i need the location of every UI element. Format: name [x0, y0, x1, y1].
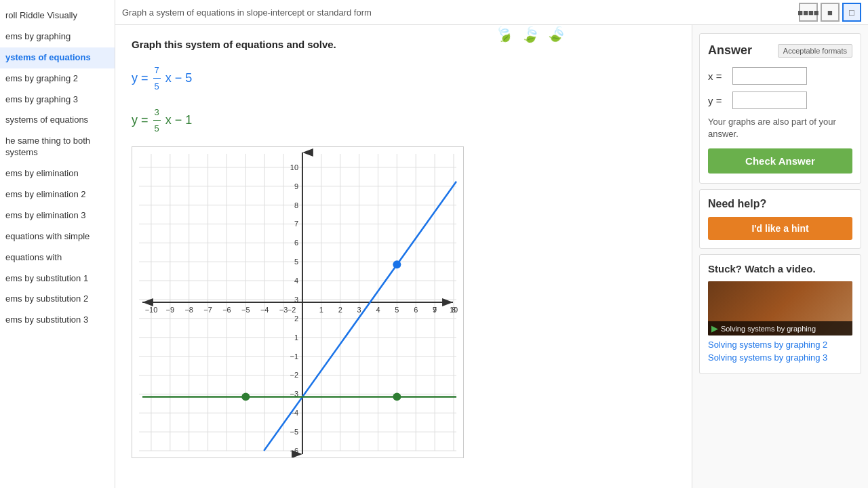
- x-input[interactable]: [732, 67, 807, 85]
- svg-text:−5: −5: [290, 428, 298, 436]
- eq1-denominator: 5: [153, 79, 161, 94]
- svg-text:−7: −7: [203, 305, 212, 313]
- problem-title: Graph this system of equations and solve…: [132, 39, 675, 50]
- sidebar: roll Riddle Visually ems by graphing yst…: [0, 0, 115, 488]
- y-answer-row: y =: [708, 92, 852, 109]
- video-label-text: Solving systems by graphing: [721, 325, 816, 333]
- eq1-numerator: 7: [153, 62, 161, 79]
- y-label: y =: [708, 95, 727, 106]
- eq2-suffix: x − 1: [165, 113, 193, 126]
- axis-labels: −10 −9 −8 −7 −6 −5 −4 −3 1 2 3 4 5: [145, 305, 456, 313]
- answer-section: Answer Acceptable formats x = y = Your g…: [699, 33, 861, 184]
- svg-text:−8: −8: [184, 305, 193, 313]
- svg-text:2: 2: [338, 305, 342, 313]
- dot-line1-point1[interactable]: [393, 260, 401, 268]
- y-input[interactable]: [732, 92, 807, 109]
- svg-text:−9: −9: [166, 305, 174, 313]
- svg-text:−3: −3: [279, 305, 288, 313]
- svg-text:5: 5: [395, 305, 399, 313]
- svg-text:−6: −6: [222, 305, 231, 313]
- equation-2: y = 3 5 x − 1: [132, 104, 675, 137]
- line-1-blue: [264, 181, 456, 450]
- sidebar-item-substitution-2[interactable]: ems by substitution 2: [0, 289, 115, 310]
- sidebar-item-substitution-3[interactable]: ems by substitution 3: [0, 310, 115, 331]
- problem-area: 🍃 🍃 🍃 Graph this system of equations and…: [115, 25, 692, 488]
- sidebar-item-systems-graphing-3[interactable]: ems by graphing 3: [0, 89, 115, 110]
- svg-text:8: 8: [294, 201, 298, 209]
- sidebar-item-elimination[interactable]: ems by elimination: [0, 163, 115, 184]
- sidebar-item-systems-of-equations[interactable]: ystems of equations: [0, 47, 115, 68]
- leaf-icon-1: 🍃: [492, 25, 515, 46]
- sidebar-item-same-thing[interactable]: he same thing to both systems: [0, 131, 115, 163]
- svg-text:1: 1: [294, 333, 298, 341]
- svg-text:10: 10: [290, 163, 298, 171]
- svg-text:1: 1: [319, 305, 323, 313]
- sidebar-item-systems-graphing[interactable]: ems by graphing: [0, 26, 115, 47]
- x-label: x =: [708, 70, 727, 82]
- eq1-suffix: x − 5: [165, 71, 193, 85]
- view-toggle-icons: ■■■■ ■ □: [799, 3, 861, 22]
- eq2-denominator: 5: [153, 121, 161, 136]
- svg-text:2: 2: [294, 314, 298, 322]
- eq2-prefix: y =: [132, 113, 152, 126]
- answer-note: Your graphs are also part of your answer…: [708, 116, 852, 140]
- eq2-numerator: 3: [153, 104, 161, 121]
- video-thumbnail[interactable]: ▶ Solving systems by graphing: [708, 281, 852, 336]
- svg-text:4: 4: [294, 277, 298, 285]
- help-title: Need help?: [708, 198, 852, 210]
- svg-text:6: 6: [294, 239, 298, 247]
- svg-text:3: 3: [294, 296, 298, 304]
- sidebar-item-roll-riddle[interactable]: roll Riddle Visually: [0, 5, 115, 26]
- axis-labels-x-neg: −2: [288, 305, 296, 313]
- graph-container: −10 −9 −8 −7 −6 −5 −4 −3 1 2 3 4 5: [132, 146, 464, 458]
- check-answer-button[interactable]: Check Answer: [708, 148, 852, 174]
- dot-line2-point2[interactable]: [393, 392, 401, 401]
- sidebar-item-systems-of-equations-2[interactable]: systems of equations: [0, 110, 115, 131]
- svg-text:−5: −5: [241, 305, 250, 313]
- hint-button[interactable]: I'd like a hint: [708, 217, 852, 240]
- leaf-icon-2: 🍃: [520, 25, 541, 45]
- sidebar-item-equations-with[interactable]: equations with: [0, 247, 115, 268]
- sidebar-item-elimination-2[interactable]: ems by elimination 2: [0, 184, 115, 205]
- svg-text:−1: −1: [290, 352, 298, 360]
- svg-text:6: 6: [414, 305, 418, 313]
- equation-1: y = 7 5 x − 5: [132, 62, 675, 95]
- sidebar-item-elimination-3[interactable]: ems by elimination 3: [0, 205, 115, 226]
- svg-text:4: 4: [376, 305, 380, 313]
- leaf-decorations: 🍃 🍃 🍃: [488, 25, 573, 46]
- eq1-prefix: y =: [132, 71, 152, 85]
- leaf-icon-3: 🍃: [545, 25, 569, 47]
- video-title: Stuck? Watch a video.: [708, 263, 852, 274]
- axis-labels-x-right: 9 10: [433, 305, 458, 313]
- main-content: Graph a system of equations in slope-int…: [115, 0, 868, 488]
- dot-line2-point1[interactable]: [241, 392, 250, 401]
- grid-view-2[interactable]: ■: [821, 3, 840, 22]
- sidebar-item-substitution-1[interactable]: ems by substitution 1: [0, 268, 115, 289]
- answer-header: Answer Acceptable formats: [708, 43, 852, 58]
- video-link-1[interactable]: Solving systems by graphing 2: [708, 340, 852, 350]
- content-area: 🍃 🍃 🍃 Graph this system of equations and…: [115, 25, 868, 488]
- sidebar-item-simple-equations[interactable]: equations with simple: [0, 226, 115, 247]
- video-label: ▶ Solving systems by graphing: [708, 321, 852, 336]
- answer-title: Answer: [708, 43, 752, 58]
- video-section: Stuck? Watch a video. ▶ Solving systems …: [699, 254, 861, 374]
- sidebar-item-systems-graphing-2[interactable]: ems by graphing 2: [0, 68, 115, 89]
- svg-text:9: 9: [294, 182, 298, 190]
- top-bar: Graph a system of equations in slope-int…: [115, 0, 868, 25]
- coordinate-graph[interactable]: −10 −9 −8 −7 −6 −5 −4 −3 1 2 3 4 5: [132, 146, 464, 458]
- grid-view-1[interactable]: ■■■■: [799, 3, 818, 22]
- eq1-fraction: 7 5: [153, 62, 161, 95]
- svg-text:−10: −10: [145, 305, 158, 313]
- svg-text:−4: −4: [260, 305, 269, 313]
- x-answer-row: x =: [708, 67, 852, 85]
- help-section: Need help? I'd like a hint: [699, 189, 861, 249]
- svg-text:10: 10: [450, 305, 458, 313]
- svg-text:9: 9: [433, 305, 437, 313]
- svg-text:3: 3: [357, 305, 361, 313]
- top-bar-description: Graph a system of equations in slope-int…: [122, 7, 799, 18]
- svg-text:−2: −2: [290, 371, 298, 379]
- grid-view-3[interactable]: □: [842, 3, 861, 22]
- acceptable-formats-button[interactable]: Acceptable formats: [778, 44, 852, 58]
- svg-text:−2: −2: [288, 305, 296, 313]
- video-link-2[interactable]: Solving systems by graphing 3: [708, 352, 852, 363]
